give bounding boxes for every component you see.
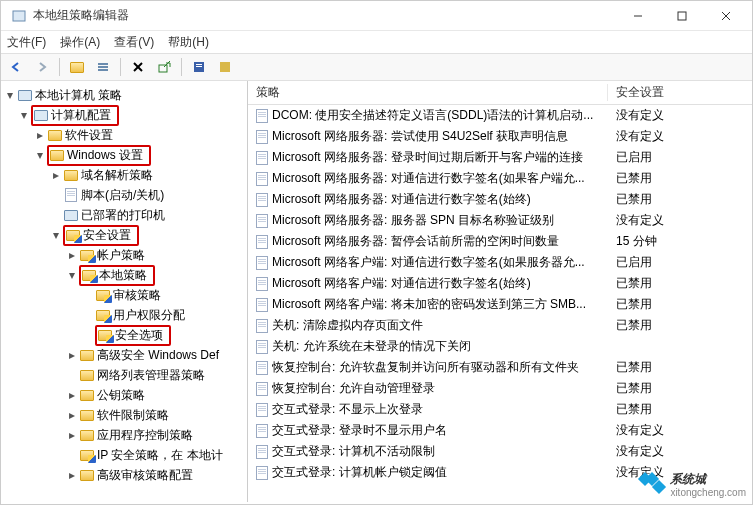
- tree-network-list[interactable]: 网络列表管理器策略: [1, 365, 247, 385]
- minimize-button[interactable]: [616, 2, 660, 30]
- policy-name: 交互式登录: 不显示上次登录: [272, 401, 608, 418]
- help-button[interactable]: [214, 56, 236, 78]
- tree-user-rights[interactable]: 用户权限分配: [1, 305, 247, 325]
- menubar: 文件(F) 操作(A) 查看(V) 帮助(H): [1, 31, 752, 53]
- policy-icon: [252, 319, 272, 333]
- policy-name: Microsoft 网络服务器: 登录时间过期后断开与客户端的连接: [272, 149, 608, 166]
- col-header-setting[interactable]: 安全设置: [608, 84, 752, 101]
- policy-row[interactable]: Microsoft 网络服务器: 对通信进行数字签名(始终)已禁用: [248, 189, 752, 210]
- policy-icon: [252, 361, 272, 375]
- list-header: 策略 安全设置: [248, 81, 752, 105]
- policy-value: 已禁用: [608, 170, 652, 187]
- tree-local-policies[interactable]: ▾ 本地策略: [1, 265, 247, 285]
- policy-row[interactable]: Microsoft 网络服务器: 服务器 SPN 目标名称验证级别没有定义: [248, 210, 752, 231]
- policy-row[interactable]: Microsoft 网络服务器: 暂停会话前所需的空闲时间数量15 分钟: [248, 231, 752, 252]
- tree-root[interactable]: ▾ 本地计算机 策略: [1, 85, 247, 105]
- policy-name: Microsoft 网络服务器: 对通信进行数字签名(始终): [272, 191, 608, 208]
- policy-name: Microsoft 网络服务器: 服务器 SPN 目标名称验证级别: [272, 212, 608, 229]
- tree-windows-settings[interactable]: ▾ Windows 设置: [1, 145, 247, 165]
- policy-row[interactable]: 交互式登录: 登录时不显示用户名没有定义: [248, 420, 752, 441]
- policy-value: 已禁用: [608, 359, 652, 376]
- folder-icon: [79, 407, 95, 423]
- svg-rect-0: [13, 11, 25, 21]
- policy-value: 15 分钟: [608, 233, 657, 250]
- tree-audit-policy[interactable]: 审核策略: [1, 285, 247, 305]
- policy-row[interactable]: Microsoft 网络服务器: 尝试使用 S4U2Self 获取声明信息没有定…: [248, 126, 752, 147]
- policy-icon: [252, 403, 272, 417]
- menu-action[interactable]: 操作(A): [60, 34, 100, 51]
- policy-list-pane[interactable]: 策略 安全设置 DCOM: 使用安全描述符定义语言(SDDL)语法的计算机启动.…: [248, 81, 752, 502]
- policy-name: 恢复控制台: 允许软盘复制并访问所有驱动器和所有文件夹: [272, 359, 608, 376]
- folder-icon: [81, 267, 97, 283]
- tree-deployed-printers[interactable]: 已部署的打印机: [1, 205, 247, 225]
- computer-icon: [33, 107, 49, 123]
- policy-name: Microsoft 网络客户端: 对通信进行数字签名(始终): [272, 275, 608, 292]
- maximize-button[interactable]: [660, 2, 704, 30]
- policy-row[interactable]: Microsoft 网络客户端: 对通信进行数字签名(如果服务器允...已启用: [248, 252, 752, 273]
- policy-name: Microsoft 网络客户端: 将未加密的密码发送到第三方 SMB...: [272, 296, 608, 313]
- policy-row[interactable]: Microsoft 网络服务器: 对通信进行数字签名(如果客户端允...已禁用: [248, 168, 752, 189]
- tree-ip-security[interactable]: IP 安全策略，在 本地计: [1, 445, 247, 465]
- up-button[interactable]: [66, 56, 88, 78]
- svg-rect-2: [678, 12, 686, 20]
- tree-scripts[interactable]: 脚本(启动/关机): [1, 185, 247, 205]
- tree-advanced-defender[interactable]: ▸ 高级安全 Windows Def: [1, 345, 247, 365]
- policy-row[interactable]: 交互式登录: 计算机不活动限制没有定义: [248, 441, 752, 462]
- svg-rect-5: [98, 63, 108, 65]
- export-button[interactable]: [153, 56, 175, 78]
- folder-icon: [79, 427, 95, 443]
- policy-name: Microsoft 网络客户端: 对通信进行数字签名(如果服务器允...: [272, 254, 608, 271]
- policy-name: Microsoft 网络服务器: 尝试使用 S4U2Self 获取声明信息: [272, 128, 608, 145]
- tree-app-control[interactable]: ▸ 应用程序控制策略: [1, 425, 247, 445]
- properties-button[interactable]: [188, 56, 210, 78]
- tree-software-restriction[interactable]: ▸ 软件限制策略: [1, 405, 247, 425]
- policy-row[interactable]: Microsoft 网络服务器: 登录时间过期后断开与客户端的连接已启用: [248, 147, 752, 168]
- watermark-url: xitongcheng.com: [670, 488, 746, 498]
- window-title: 本地组策略编辑器: [33, 7, 616, 24]
- tree-advanced-audit[interactable]: ▸ 高级审核策略配置: [1, 465, 247, 485]
- close-button[interactable]: [704, 2, 748, 30]
- folder-icon: [95, 307, 111, 323]
- tree-security-options[interactable]: 安全选项: [1, 325, 247, 345]
- svg-rect-7: [98, 69, 108, 71]
- folder-icon: [79, 367, 95, 383]
- tree-pane[interactable]: ▾ 本地计算机 策略 ▾ 计算机配置 ▸ 软件设置 ▾ Windows 设置 ▸…: [1, 81, 248, 502]
- forward-button[interactable]: [31, 56, 53, 78]
- policy-row[interactable]: Microsoft 网络客户端: 将未加密的密码发送到第三方 SMB...已禁用: [248, 294, 752, 315]
- policy-icon: [252, 382, 272, 396]
- policy-value: 已禁用: [608, 191, 652, 208]
- policy-row[interactable]: 恢复控制台: 允许软盘复制并访问所有驱动器和所有文件夹已禁用: [248, 357, 752, 378]
- delete-button[interactable]: [127, 56, 149, 78]
- policy-name: Microsoft 网络服务器: 暂停会话前所需的空闲时间数量: [272, 233, 608, 250]
- policy-icon: [252, 277, 272, 291]
- policy-row[interactable]: DCOM: 使用安全描述符定义语言(SDDL)语法的计算机启动...没有定义: [248, 105, 752, 126]
- watermark-icon: [638, 474, 666, 496]
- list-view-button[interactable]: [92, 56, 114, 78]
- tree-public-key[interactable]: ▸ 公钥策略: [1, 385, 247, 405]
- policy-row[interactable]: Microsoft 网络客户端: 对通信进行数字签名(始终)已禁用: [248, 273, 752, 294]
- printer-icon: [63, 207, 79, 223]
- policy-row[interactable]: 关机: 允许系统在未登录的情况下关闭: [248, 336, 752, 357]
- watermark: 系统城 xitongcheng.com: [638, 471, 746, 498]
- tree-security-settings[interactable]: ▾ 安全设置: [1, 225, 247, 245]
- menu-view[interactable]: 查看(V): [114, 34, 154, 51]
- back-button[interactable]: [5, 56, 27, 78]
- folder-icon: [79, 467, 95, 483]
- tree-computer-config[interactable]: ▾ 计算机配置: [1, 105, 247, 125]
- policy-row[interactable]: 交互式登录: 不显示上次登录已禁用: [248, 399, 752, 420]
- computer-icon: [17, 87, 33, 103]
- tree-account-policies[interactable]: ▸ 帐户策略: [1, 245, 247, 265]
- policy-icon: [252, 445, 272, 459]
- toolbar: [1, 53, 752, 81]
- menu-file[interactable]: 文件(F): [7, 34, 46, 51]
- policy-row[interactable]: 关机: 清除虚拟内存页面文件已禁用: [248, 315, 752, 336]
- policy-name: DCOM: 使用安全描述符定义语言(SDDL)语法的计算机启动...: [272, 107, 608, 124]
- svg-rect-14: [220, 62, 230, 72]
- policy-value: 已禁用: [608, 275, 652, 292]
- tree-software-settings[interactable]: ▸ 软件设置: [1, 125, 247, 145]
- tree-name-resolution[interactable]: ▸ 域名解析策略: [1, 165, 247, 185]
- policy-row[interactable]: 恢复控制台: 允许自动管理登录已禁用: [248, 378, 752, 399]
- folder-icon: [63, 167, 79, 183]
- col-header-policy[interactable]: 策略: [248, 84, 608, 101]
- menu-help[interactable]: 帮助(H): [168, 34, 209, 51]
